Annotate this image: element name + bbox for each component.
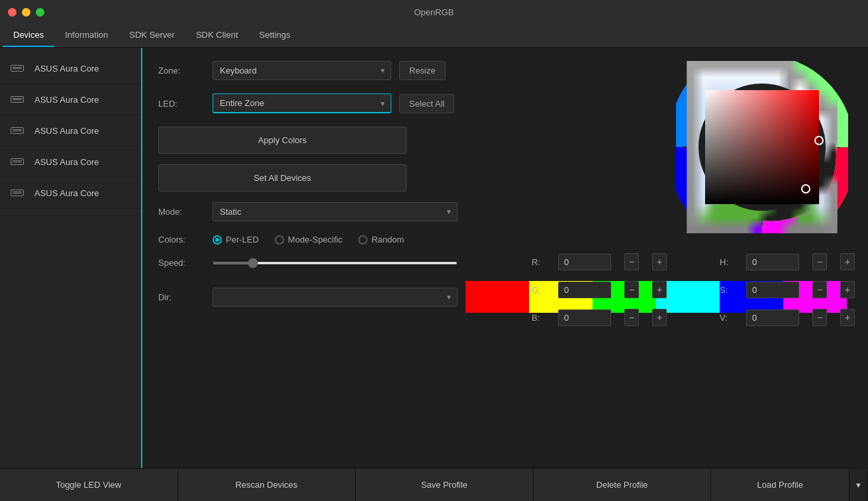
speed-slider[interactable] — [213, 262, 458, 264]
toggle-led-button[interactable]: Toggle LED View — [0, 469, 178, 501]
h-minus-btn[interactable]: − — [812, 253, 827, 270]
save-profile-button[interactable]: Save Profile — [356, 469, 534, 501]
sidebar-item-2[interactable]: ASUS Aura Core — [0, 84, 141, 115]
keyboard-icon-3 — [11, 125, 26, 137]
tab-settings[interactable]: Settings — [249, 24, 301, 47]
tab-sdk-server[interactable]: SDK Server — [119, 24, 185, 47]
keyboard-icon-4 — [11, 156, 26, 168]
s-label: S: — [720, 285, 733, 295]
radio-mode-specific[interactable]: Mode-Specific — [275, 235, 342, 245]
zone-select-wrapper: Keyboard ▼ — [213, 61, 391, 80]
led-label: LED: — [158, 99, 205, 109]
s-input[interactable] — [746, 282, 799, 298]
r-plus-btn[interactable]: + — [652, 253, 667, 270]
g-minus-btn[interactable]: − — [624, 281, 639, 298]
color-wheel-svg[interactable] — [676, 61, 848, 233]
random-label: Random — [371, 235, 404, 245]
color-wheel-container — [676, 61, 848, 233]
v-input[interactable] — [746, 309, 799, 326]
sidebar-item-label-3: ASUS Aura Core — [34, 126, 99, 136]
keyboard-icon-5 — [11, 187, 26, 199]
load-profile-wrapper: Load Profile ▼ — [711, 469, 868, 501]
app-title: OpenRGB — [414, 7, 454, 17]
s-plus-btn[interactable]: + — [840, 281, 855, 298]
b-input[interactable] — [558, 309, 611, 326]
load-profile-dropdown-btn[interactable]: ▼ — [849, 469, 867, 501]
zone-label: Zone: — [158, 66, 205, 76]
delete-profile-button[interactable]: Delete Profile — [534, 469, 712, 501]
sidebar-item-label-4: ASUS Aura Core — [34, 157, 99, 167]
radio-random[interactable]: Random — [358, 235, 404, 245]
select-all-button[interactable]: Select All — [399, 94, 454, 113]
mode-label: Mode: — [158, 207, 205, 217]
dir-select-wrapper: ▼ — [213, 288, 458, 307]
menu-bar: Devices Information SDK Server SDK Clien… — [0, 24, 868, 48]
titlebar: OpenRGB — [0, 0, 868, 24]
sidebar-item-4[interactable]: ASUS Aura Core — [0, 146, 141, 178]
r-minus-btn[interactable]: − — [624, 253, 639, 270]
content-area: R: − + H: − + G: − + S: − + — [142, 48, 868, 468]
r-input[interactable] — [558, 254, 611, 270]
s-minus-btn[interactable]: − — [812, 281, 827, 298]
minimize-button[interactable] — [22, 8, 30, 17]
tab-information[interactable]: Information — [54, 24, 119, 47]
v-minus-btn[interactable]: − — [812, 309, 827, 326]
color-wheel-area — [676, 61, 848, 233]
colors-row: Colors: Per-LED Mode-Specific Random — [158, 235, 852, 245]
h-label: H: — [720, 257, 733, 267]
rgb-hsv-controls: R: − + H: − + G: − + S: − + — [532, 253, 855, 331]
dir-label: Dir: — [158, 292, 205, 302]
set-all-devices-button[interactable]: Set All Devices — [158, 164, 407, 192]
dir-select[interactable] — [213, 288, 458, 307]
speed-label: Speed: — [158, 258, 205, 268]
sidebar-item-label-5: ASUS Aura Core — [34, 188, 99, 198]
sidebar-item-label-2: ASUS Aura Core — [34, 95, 99, 105]
g-plus-btn[interactable]: + — [652, 281, 667, 298]
g-label: G: — [532, 285, 545, 295]
r-label: R: — [532, 257, 545, 267]
g-input[interactable] — [558, 282, 611, 298]
v-plus-btn[interactable]: + — [840, 309, 855, 326]
per-led-label: Per-LED — [226, 235, 259, 245]
led-select[interactable]: Entire Zone — [213, 93, 391, 113]
load-profile-button[interactable]: Load Profile — [711, 469, 849, 501]
sidebar-item-5[interactable]: ASUS Aura Core — [0, 178, 141, 209]
swatch-red[interactable] — [465, 281, 529, 313]
main-container: ASUS Aura Core ASUS Aura Core ASUS Aura … — [0, 48, 868, 468]
sidebar-item-3[interactable]: ASUS Aura Core — [0, 115, 141, 146]
g-s-row: G: − + S: − + — [532, 281, 855, 298]
mode-specific-label: Mode-Specific — [288, 235, 342, 245]
b-plus-btn[interactable]: + — [652, 309, 667, 326]
zone-select[interactable]: Keyboard — [213, 61, 391, 80]
b-label: B: — [532, 313, 545, 323]
radio-per-led[interactable]: Per-LED — [213, 235, 259, 245]
sidebar-item-1[interactable]: ASUS Aura Core — [0, 53, 141, 84]
maximize-button[interactable] — [36, 8, 44, 17]
window-controls — [8, 8, 44, 17]
r-h-row: R: − + H: − + — [532, 253, 855, 270]
mode-specific-radio-circle — [275, 235, 284, 245]
keyboard-icon-2 — [11, 93, 26, 105]
b-v-row: B: − + V: − + — [532, 309, 855, 326]
b-minus-btn[interactable]: − — [624, 309, 639, 326]
colors-label: Colors: — [158, 235, 205, 245]
colors-radio-group: Per-LED Mode-Specific Random — [213, 235, 404, 245]
h-input[interactable] — [746, 254, 799, 270]
mode-select-wrapper: Static ▼ — [213, 202, 458, 221]
per-led-radio-circle — [213, 235, 222, 245]
rescan-devices-button[interactable]: Rescan Devices — [178, 469, 356, 501]
keyboard-icon — [11, 62, 26, 74]
sidebar: ASUS Aura Core ASUS Aura Core ASUS Aura … — [0, 48, 142, 468]
resize-button[interactable]: Resize — [399, 61, 446, 80]
apply-colors-button[interactable]: Apply Colors — [158, 127, 407, 154]
tab-devices[interactable]: Devices — [3, 24, 54, 47]
h-plus-btn[interactable]: + — [840, 253, 855, 270]
close-button[interactable] — [8, 8, 17, 17]
led-select-wrapper: Entire Zone ▼ — [213, 93, 391, 113]
mode-select[interactable]: Static — [213, 202, 458, 221]
v-label: V: — [720, 313, 733, 323]
random-radio-circle — [358, 235, 367, 245]
bottom-bar: Toggle LED View Rescan Devices Save Prof… — [0, 468, 868, 501]
sidebar-item-label-1: ASUS Aura Core — [34, 64, 99, 74]
tab-sdk-client[interactable]: SDK Client — [185, 24, 249, 47]
